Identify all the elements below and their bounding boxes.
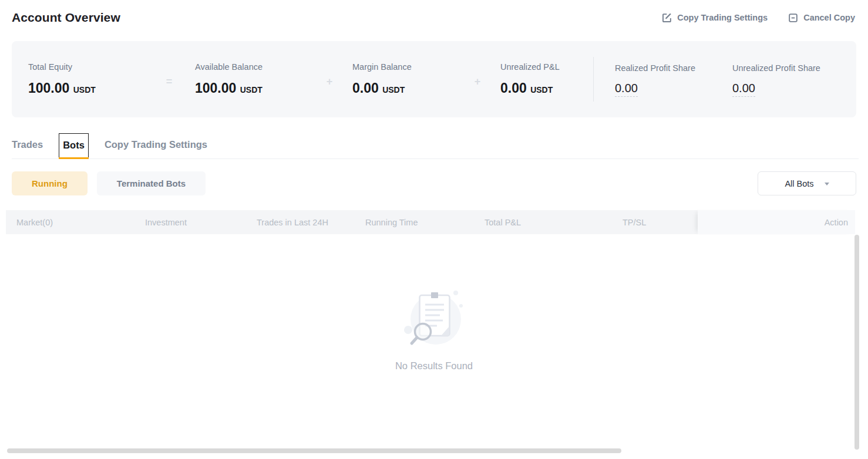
horizontal-scrollbar[interactable] [7,448,621,453]
column-header-investment: Investment [145,218,257,227]
stat-unit: USDT [240,85,263,95]
stat-value: 100.00 USDT [195,80,307,96]
stat-unit: USDT [73,85,96,95]
stat-value: 0.00 USDT [500,80,590,96]
edit-square-icon [661,12,672,23]
terminated-bots-filter-button[interactable]: Terminated Bots [97,171,206,195]
bots-filter-row: Running Terminated Bots All Bots [12,171,856,195]
cancel-copy-button[interactable]: Cancel Copy [788,12,855,23]
account-overview-page: Account Overview Copy Trading Settings [0,0,868,459]
stat-value: 0.00 [615,82,732,95]
stat-label: Available Balance [195,62,307,72]
stat-realized-profit-share: Realized Profit Share 0.00 [615,63,732,95]
minus-square-icon [788,12,799,23]
page-title: Account Overview [12,11,120,25]
copy-trading-settings-button[interactable]: Copy Trading Settings [661,12,768,23]
account-stats-card: Total Equity 100.00 USDT = Available Bal… [12,41,856,117]
all-bots-dropdown-value: All Bots [785,179,813,188]
column-header-trades-24h: Trades in Last 24H [257,218,365,227]
empty-state: No Results Found [0,285,868,372]
empty-state-text: No Results Found [395,360,473,372]
tab-bots[interactable]: Bots [59,133,89,158]
column-header-running-time: Running Time [365,218,485,227]
all-bots-dropdown[interactable]: All Bots [758,171,856,195]
vertical-scrollbar[interactable] [854,235,859,450]
bots-table-header: Market(0) Investment Trades in Last 24H … [6,210,855,234]
column-header-tpsl: TP/SL [623,218,698,227]
tab-copy-trading-settings[interactable]: Copy Trading Settings [105,132,207,158]
tab-trades[interactable]: Trades [12,132,43,158]
column-header-action: Action [698,210,855,234]
header-actions: Copy Trading Settings Cancel Copy [661,12,855,23]
stat-margin-balance: Margin Balance 0.00 USDT [352,62,455,96]
stat-label: Realized Profit Share [615,63,732,73]
stat-total-equity: Total Equity 100.00 USDT [28,62,143,96]
equals-operator: = [143,76,195,88]
stat-unit: USDT [382,85,405,95]
stat-unrealized-profit-share: Unrealized Profit Share 0.00 [732,63,820,95]
no-results-illustration-icon [398,285,470,357]
stat-value: 100.00 USDT [28,80,143,96]
cancel-copy-label: Cancel Copy [803,13,855,22]
stat-label: Total Equity [28,62,143,72]
stat-unit: USDT [530,85,553,95]
chevron-down-icon [825,183,829,185]
plus-operator: + [455,76,500,88]
copy-trading-settings-label: Copy Trading Settings [677,13,768,22]
running-filter-button[interactable]: Running [12,171,88,195]
page-header: Account Overview Copy Trading Settings [12,11,855,25]
stat-value: 0.00 USDT [352,80,455,96]
stat-available-balance: Available Balance 100.00 USDT [195,62,307,96]
main-tabs: Trades Bots Copy Trading Settings [12,131,859,159]
stat-label: Unrealized P&L [500,62,590,72]
stat-unrealized-pnl: Unrealized P&L 0.00 USDT [500,62,590,96]
stat-label: Margin Balance [352,62,455,72]
stat-label: Unrealized Profit Share [732,63,820,73]
stats-divider [593,57,594,102]
stat-value: 0.00 [732,82,820,95]
column-header-total-pnl: Total P&L [485,218,623,227]
plus-operator: + [307,76,352,88]
column-header-market: Market(0) [6,218,145,227]
